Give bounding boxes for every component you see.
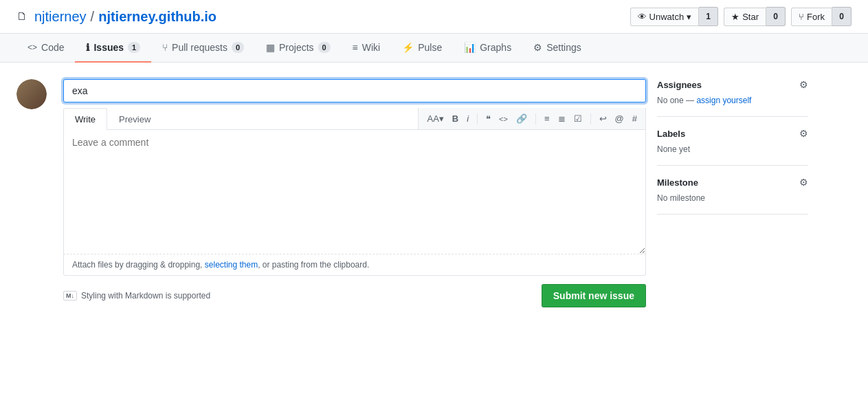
- wiki-icon: ≡: [353, 42, 358, 53]
- assignees-separator: —: [686, 96, 694, 105]
- assignees-title: Assignees: [657, 80, 702, 90]
- assignees-gear-button[interactable]: ⚙: [799, 79, 808, 90]
- fork-count: 0: [832, 7, 852, 26]
- markdown-note: M↓ Styling with Markdown is supported: [63, 291, 210, 301]
- issue-form-container: Write Preview AA▾ B i ❝: [63, 79, 808, 307]
- milestone-gear-button[interactable]: ⚙: [799, 177, 808, 188]
- editor-toolbar: AA▾ B i ❝ <> 🔗: [418, 108, 646, 129]
- milestone-value: No milestone: [657, 193, 808, 203]
- mention-button[interactable]: ↩: [597, 112, 610, 125]
- heading-icon: AA▾: [427, 113, 443, 124]
- repo-title: 🗋 njtierney / njtierney.github.io: [16, 9, 216, 25]
- attach-text: Attach files by dragging & dropping,: [72, 260, 205, 270]
- attach-files-area: Attach files by dragging & dropping, sel…: [63, 254, 646, 276]
- nav-tabs: <> Code ℹ Issues 1 ⑂ Pull requests 0 ▦ P…: [0, 34, 868, 63]
- tab-wiki-label: Wiki: [362, 42, 380, 53]
- labels-gear-button[interactable]: ⚙: [799, 128, 808, 139]
- tab-projects[interactable]: ▦ Projects 0: [255, 34, 342, 63]
- watch-dropdown-icon: ▾: [687, 12, 691, 22]
- fork-icon: ⑂: [799, 12, 804, 22]
- assign-yourself-link[interactable]: assign yourself: [696, 96, 751, 105]
- preview-tab[interactable]: Preview: [107, 108, 162, 130]
- tab-issues[interactable]: ℹ Issues 1: [75, 34, 151, 63]
- italic-icon: i: [467, 113, 469, 124]
- quote-icon: ❝: [486, 113, 491, 124]
- quote-button[interactable]: ❝: [483, 112, 493, 125]
- ref-icon: #: [632, 113, 637, 124]
- star-group: ★ Star 0: [724, 7, 786, 26]
- sidebar: Assignees ⚙ No one — assign yourself Lab…: [657, 79, 808, 307]
- editor-tabs: Write Preview AA▾ B i ❝: [63, 108, 646, 130]
- issue-form: Write Preview AA▾ B i ❝: [63, 79, 646, 307]
- form-footer: M↓ Styling with Markdown is supported Su…: [63, 284, 646, 307]
- tab-code[interactable]: <> Code: [16, 34, 75, 63]
- code-icon-tb: <>: [499, 115, 508, 123]
- settings-icon: ⚙: [533, 42, 542, 53]
- write-tab[interactable]: Write: [63, 108, 107, 130]
- assignees-header: Assignees ⚙: [657, 79, 808, 90]
- repo-name-link[interactable]: njtierney.github.io: [98, 9, 216, 25]
- tab-graphs[interactable]: 📊 Graphs: [453, 34, 522, 63]
- action-buttons: 👁 Unwatch ▾ 1 ★ Star 0 ⑂ Fork 0: [625, 7, 852, 26]
- fork-group: ⑂ Fork 0: [791, 7, 852, 26]
- labels-section: Labels ⚙ None yet: [657, 117, 808, 166]
- at-icon: @: [615, 113, 624, 124]
- repo-owner-link[interactable]: njtierney: [34, 9, 87, 25]
- undo-icon: ↩: [599, 113, 607, 124]
- issues-count: 1: [128, 42, 140, 53]
- submit-new-issue-button[interactable]: Submit new issue: [542, 284, 646, 307]
- main-content: Write Preview AA▾ B i ❝: [0, 63, 825, 324]
- tab-pulse[interactable]: ⚡ Pulse: [391, 34, 453, 63]
- tab-settings-label: Settings: [546, 42, 581, 53]
- link-icon: 🔗: [516, 113, 527, 124]
- labels-value: None yet: [657, 144, 808, 154]
- ordered-list-button[interactable]: ≣: [555, 112, 568, 125]
- unordered-list-button[interactable]: ≡: [542, 112, 553, 125]
- projects-count: 0: [318, 42, 331, 53]
- code-icon: <>: [27, 43, 37, 52]
- bold-button[interactable]: B: [449, 112, 461, 125]
- tab-projects-label: Projects: [279, 42, 314, 53]
- labels-title: Labels: [657, 129, 685, 139]
- toolbar-sep-3: [590, 113, 591, 124]
- avatar: [16, 79, 47, 109]
- pull-requests-count: 0: [232, 42, 244, 53]
- repo-icon: 🗋: [16, 10, 27, 23]
- attach-text2: , or pasting from the clipboard.: [258, 260, 369, 270]
- top-bar: 🗋 njtierney / njtierney.github.io 👁 Unwa…: [0, 0, 868, 34]
- pulse-icon: ⚡: [402, 42, 414, 53]
- ref-button[interactable]: #: [630, 112, 640, 125]
- star-count: 0: [766, 7, 786, 26]
- link-button[interactable]: 🔗: [513, 112, 530, 125]
- watch-group: 👁 Unwatch ▾ 1: [630, 7, 719, 26]
- tab-graphs-label: Graphs: [480, 42, 511, 53]
- fork-label: Fork: [807, 12, 825, 22]
- heading-button[interactable]: AA▾: [424, 112, 446, 125]
- issue-title-input[interactable]: [63, 79, 646, 102]
- tab-settings[interactable]: ⚙ Settings: [522, 34, 592, 63]
- unordered-list-icon: ≡: [544, 113, 550, 124]
- fork-button[interactable]: ⑂ Fork: [791, 8, 832, 26]
- avatar-image: [16, 79, 47, 109]
- tab-pull-requests[interactable]: ⑂ Pull requests 0: [151, 34, 255, 63]
- markdown-icon: M↓: [63, 291, 77, 301]
- at-mention-button[interactable]: @: [612, 112, 627, 125]
- pull-requests-icon: ⑂: [162, 42, 168, 53]
- tab-pulse-label: Pulse: [418, 42, 442, 53]
- comment-textarea[interactable]: [63, 130, 646, 254]
- tab-wiki[interactable]: ≡ Wiki: [342, 34, 392, 63]
- tab-code-label: Code: [41, 42, 64, 53]
- code-button[interactable]: <>: [496, 113, 511, 124]
- graphs-icon: 📊: [464, 42, 476, 53]
- task-list-icon: ☑: [574, 113, 582, 124]
- star-icon: ★: [731, 12, 739, 22]
- ordered-list-icon: ≣: [558, 113, 566, 124]
- repo-separator: /: [91, 9, 95, 25]
- italic-button[interactable]: i: [464, 112, 471, 125]
- milestone-header: Milestone ⚙: [657, 177, 808, 188]
- task-list-button[interactable]: ☑: [571, 112, 585, 125]
- markdown-label: Styling with Markdown is supported: [81, 291, 210, 301]
- selecting-files-link[interactable]: selecting them: [205, 260, 258, 270]
- watch-button[interactable]: 👁 Unwatch ▾: [630, 8, 700, 26]
- star-button[interactable]: ★ Star: [724, 8, 766, 26]
